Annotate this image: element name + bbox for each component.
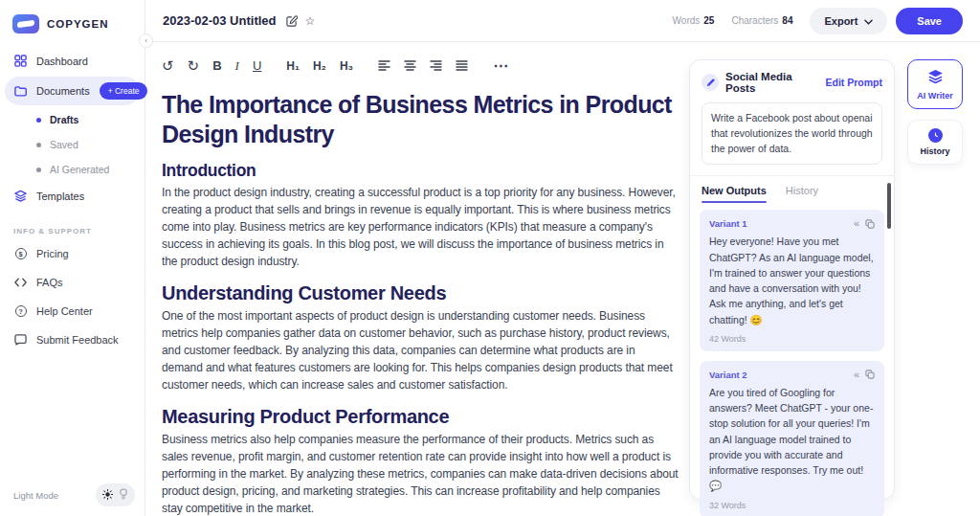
sun-icon[interactable] bbox=[102, 486, 113, 504]
variant-list-scrollbar[interactable] bbox=[887, 183, 891, 229]
word-count: Words 25 bbox=[673, 15, 715, 26]
support-nav: $ Pricing FAQs ? Help Center bbox=[0, 239, 145, 354]
doc-paragraph: One of the most important aspects of pro… bbox=[162, 307, 679, 393]
chevron-down-icon bbox=[864, 15, 873, 27]
save-button[interactable]: Save bbox=[896, 8, 963, 34]
dollar-circle-icon: $ bbox=[14, 248, 27, 259]
editor-toolbar: ↺ ↻ B I U H₁ H₂ H₃ bbox=[145, 42, 681, 77]
sidebar-item-pricing[interactable]: $ Pricing bbox=[0, 239, 145, 268]
theme-toggle[interactable] bbox=[96, 483, 135, 506]
insert-variant-icon[interactable]: « bbox=[854, 218, 859, 229]
feedback-bubble-icon bbox=[14, 334, 27, 346]
sidebar-item-label: Help Center bbox=[36, 305, 93, 317]
document-body[interactable]: The Importance of Business Metrics in Pr… bbox=[145, 77, 679, 516]
create-document-button[interactable]: + Create bbox=[100, 82, 148, 100]
layers-icon bbox=[14, 190, 27, 202]
brand-name: COPYGEN bbox=[47, 18, 109, 30]
sidebar: COPYGEN Dashboard Documents + Create Dra… bbox=[0, 0, 145, 516]
doc-paragraph: In the product design industry, creating… bbox=[162, 184, 679, 270]
doc-section-heading: Understanding Customer Needs bbox=[162, 282, 679, 304]
sidebar-item-label: FAQs bbox=[36, 277, 63, 288]
variant-list[interactable]: Variant 1 « Hey everyone! Have you met C… bbox=[690, 203, 894, 516]
align-justify-icon[interactable] bbox=[456, 60, 468, 71]
heading3-button[interactable]: H₃ bbox=[340, 59, 353, 73]
sidebar-item-ai-generated[interactable]: AI Generated bbox=[0, 157, 145, 182]
ai-writer-button[interactable]: AI Writer bbox=[907, 59, 963, 109]
rename-edit-icon[interactable] bbox=[286, 15, 298, 27]
doc-section-heading: Measuring Product Performance bbox=[162, 406, 679, 428]
undo-icon[interactable]: ↺ bbox=[162, 57, 174, 75]
outputs-panel-title: Social Media Posts bbox=[725, 71, 819, 94]
more-options-icon[interactable]: ⋯ bbox=[493, 56, 509, 75]
dashboard-grid-icon bbox=[14, 55, 27, 67]
variant-text: Are you tired of Googling for answers? M… bbox=[709, 385, 875, 494]
sidebar-item-label: Pricing bbox=[36, 248, 69, 259]
sidebar-item-submit-feedback[interactable]: Submit Feedback bbox=[0, 325, 145, 354]
heading1-button[interactable]: H₁ bbox=[286, 59, 300, 73]
character-count: Characters 84 bbox=[731, 15, 792, 26]
sidebar-collapse-button[interactable]: ‹ bbox=[139, 34, 153, 48]
sidebar-subitem-label: Drafts bbox=[50, 114, 78, 125]
doc-heading: The Importance of Business Metrics in Pr… bbox=[162, 90, 679, 148]
ai-writer-layers-icon bbox=[927, 68, 944, 87]
insert-variant-icon[interactable]: « bbox=[854, 370, 859, 380]
sidebar-item-drafts[interactable]: Drafts bbox=[0, 107, 145, 132]
redo-icon[interactable]: ↻ bbox=[188, 57, 200, 75]
document-title: 2023-02-03 Untitled bbox=[163, 13, 277, 28]
variant-label: Variant 1 bbox=[709, 218, 854, 229]
light-mode-label: Light Mode bbox=[13, 490, 58, 501]
outputs-tabs: New Outputs History bbox=[690, 175, 894, 203]
sidebar-item-templates[interactable]: Templates bbox=[0, 182, 145, 210]
sidebar-item-label: Documents bbox=[36, 85, 90, 97]
editor-area: ↺ ↻ B I U H₁ H₂ H₃ bbox=[145, 42, 681, 516]
outputs-panel-header: Social Media Posts Edit Prompt bbox=[690, 60, 894, 102]
align-left-icon[interactable] bbox=[378, 60, 390, 71]
heading2-button[interactable]: H₂ bbox=[313, 59, 326, 73]
code-brackets-icon bbox=[14, 278, 27, 287]
tab-history[interactable]: History bbox=[786, 176, 818, 203]
pencil-icon bbox=[702, 74, 719, 91]
sidebar-item-dashboard[interactable]: Dashboard bbox=[0, 47, 145, 75]
right-rail: AI Writer History bbox=[907, 59, 963, 165]
support-section-label: INFO & SUPPORT bbox=[0, 210, 145, 239]
variant-word-count: 42 Words bbox=[709, 334, 875, 344]
topbar: 2023-02-03 Untitled ☆ Words 25 Character… bbox=[145, 0, 980, 42]
app: COPYGEN Dashboard Documents + Create Dra… bbox=[0, 0, 980, 516]
underline-button[interactable]: U bbox=[253, 58, 261, 73]
copy-icon[interactable] bbox=[865, 219, 875, 229]
align-right-icon[interactable] bbox=[430, 60, 442, 71]
copygen-logo-icon bbox=[12, 14, 39, 34]
sidebar-footer: Light Mode bbox=[0, 483, 145, 506]
sidebar-item-saved[interactable]: Saved bbox=[0, 132, 145, 157]
outputs-panel: Social Media Posts Edit Prompt Write a F… bbox=[689, 59, 895, 500]
variant-card: Variant 2 « Are you tired of Googling fo… bbox=[700, 361, 884, 516]
dark-mode-bulb-icon[interactable] bbox=[119, 486, 128, 504]
saved-dot-icon bbox=[36, 143, 41, 147]
italic-button[interactable]: I bbox=[235, 58, 239, 74]
variant-label: Variant 2 bbox=[709, 370, 854, 380]
sidebar-item-label: Dashboard bbox=[36, 56, 88, 67]
sidebar-item-faqs[interactable]: FAQs bbox=[0, 268, 145, 297]
tab-new-outputs[interactable]: New Outputs bbox=[702, 176, 767, 203]
sidebar-item-documents[interactable]: Documents + Create bbox=[5, 77, 140, 105]
bold-button[interactable]: B bbox=[212, 58, 221, 73]
question-circle-icon: ? bbox=[14, 305, 27, 317]
edit-prompt-link[interactable]: Edit Prompt bbox=[826, 77, 883, 88]
align-center-icon[interactable] bbox=[404, 60, 416, 71]
sidebar-subitem-label: AI Generated bbox=[50, 164, 109, 175]
variant-card: Variant 1 « Hey everyone! Have you met C… bbox=[700, 210, 884, 351]
copy-icon[interactable] bbox=[865, 370, 875, 379]
sidebar-item-help-center[interactable]: ? Help Center bbox=[0, 297, 145, 325]
history-button[interactable]: History bbox=[907, 120, 963, 165]
sidebar-subitem-label: Saved bbox=[50, 139, 78, 150]
variant-word-count: 32 Words bbox=[709, 501, 875, 510]
ai-generated-dot-icon bbox=[36, 168, 41, 172]
brand: COPYGEN bbox=[0, 0, 145, 34]
prompt-text-box[interactable]: Write a Facebook post about openai that … bbox=[702, 102, 882, 165]
favorite-star-icon[interactable]: ☆ bbox=[305, 14, 316, 28]
variant-text: Hey everyone! Have you met ChatGPT? As a… bbox=[709, 234, 875, 327]
doc-section-heading: Introduction bbox=[162, 161, 679, 181]
export-button[interactable]: Export bbox=[810, 8, 887, 34]
sidebar-item-label: Templates bbox=[36, 191, 84, 202]
sidebar-item-label: Submit Feedback bbox=[36, 334, 119, 346]
